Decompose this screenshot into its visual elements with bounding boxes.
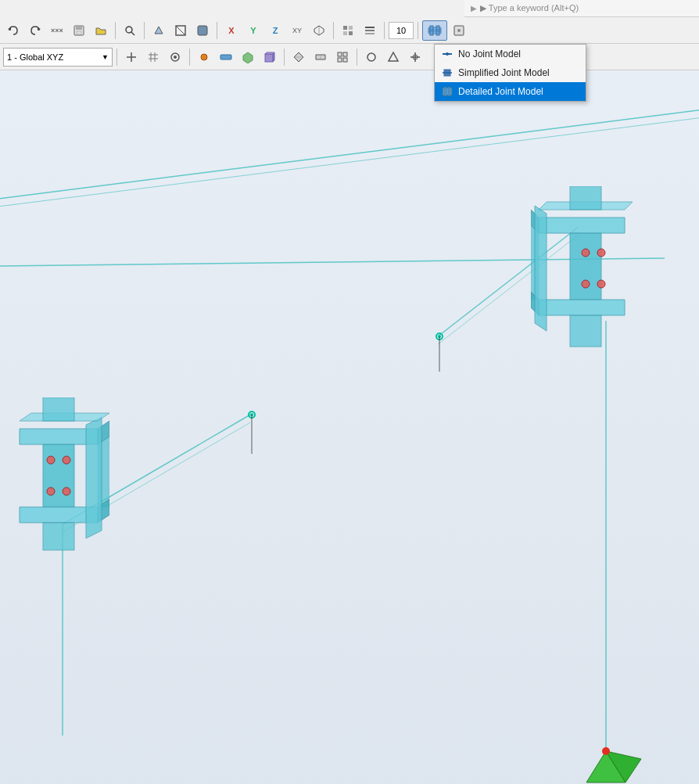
viewport[interactable] <box>0 70 699 784</box>
sep9 <box>284 49 285 66</box>
svg-rect-102 <box>444 87 446 96</box>
plate-button[interactable] <box>238 47 258 67</box>
sep1 <box>115 22 116 39</box>
svg-line-8 <box>176 26 185 35</box>
svg-marker-83 <box>539 218 625 233</box>
sep2 <box>144 22 145 39</box>
svg-point-92 <box>582 280 590 288</box>
svg-marker-36 <box>243 52 253 63</box>
svg-point-91 <box>597 249 605 257</box>
open-button[interactable] <box>91 20 111 41</box>
svg-marker-47 <box>389 52 398 61</box>
coord-chevron-icon: ▼ <box>102 53 109 61</box>
display-mode-button[interactable] <box>338 20 358 41</box>
svg-marker-70 <box>43 444 74 507</box>
svg-point-5 <box>126 27 132 33</box>
view-iso-button[interactable] <box>309 20 329 41</box>
toolbar-row1: ××× X Y Z XY 10 <box>0 17 699 44</box>
tool3-button[interactable] <box>332 47 353 67</box>
coord-label: 1 - Global XYZ <box>7 52 63 62</box>
detailed-joint-icon <box>441 85 453 98</box>
grid-button[interactable] <box>143 47 163 67</box>
display-options-button[interactable] <box>449 20 469 41</box>
sep3 <box>217 22 217 39</box>
svg-point-24 <box>457 29 461 32</box>
svg-rect-42 <box>338 52 342 56</box>
svg-marker-85 <box>539 300 625 315</box>
no-joint-label: No Joint Model <box>458 49 521 59</box>
view-z-button[interactable]: Z <box>265 20 285 41</box>
svg-rect-14 <box>349 31 353 35</box>
tool2-button[interactable] <box>310 47 331 67</box>
svg-marker-39 <box>273 52 274 62</box>
svg-point-77 <box>63 456 70 464</box>
no-joint-model-item[interactable]: No Joint Model <box>435 45 586 63</box>
wireframe-button[interactable] <box>170 20 191 41</box>
save-button[interactable] <box>69 20 89 41</box>
tool4-button[interactable] <box>405 47 425 67</box>
view-x-button[interactable]: X <box>221 20 242 41</box>
svg-rect-4 <box>77 31 81 34</box>
svg-point-79 <box>63 487 70 495</box>
search-zoom-button[interactable] <box>120 20 140 41</box>
snap-button[interactable] <box>165 47 185 67</box>
svg-rect-96 <box>570 186 601 210</box>
svg-point-76 <box>47 456 55 464</box>
search-bar[interactable]: ▶ ▶ Type a keyword (Alt+Q) <box>464 0 699 17</box>
svg-marker-84 <box>570 233 601 300</box>
number-input[interactable]: 10 <box>389 22 414 39</box>
right-joint-detail <box>531 186 648 351</box>
tool1-button[interactable] <box>289 47 309 67</box>
simplified-joint-model-item[interactable]: Simplified Joint Model <box>435 63 586 82</box>
svg-point-46 <box>367 53 375 61</box>
view-y-button[interactable]: Y <box>243 20 263 41</box>
svg-rect-9 <box>198 26 207 35</box>
xxx-button[interactable]: ××× <box>47 20 67 41</box>
lines-button[interactable] <box>360 20 380 41</box>
detailed-joint-model-item[interactable]: Detailed Joint Model <box>435 82 586 101</box>
svg-point-78 <box>47 487 55 495</box>
svg-point-68 <box>602 747 610 755</box>
detailed-joint-label: Detailed Joint Model <box>458 86 543 97</box>
simplified-joint-icon <box>441 67 453 79</box>
circle-button[interactable] <box>361 47 382 67</box>
node-button[interactable] <box>194 47 214 67</box>
svg-rect-37 <box>265 54 273 62</box>
svg-rect-45 <box>343 58 347 62</box>
svg-point-90 <box>582 249 590 257</box>
svg-point-34 <box>201 54 207 60</box>
svg-rect-44 <box>338 58 342 62</box>
triangle-button[interactable] <box>383 47 403 67</box>
svg-point-93 <box>597 280 605 288</box>
svg-line-6 <box>131 32 134 35</box>
svg-rect-82 <box>43 397 74 421</box>
svg-marker-75 <box>86 417 102 538</box>
view-xy-button[interactable]: XY <box>287 20 307 41</box>
svg-rect-11 <box>343 26 347 30</box>
solid-button[interactable] <box>260 47 280 67</box>
svg-rect-103 <box>448 87 450 96</box>
undo-button[interactable] <box>3 20 23 41</box>
sep8 <box>189 49 190 66</box>
joint-model-dropdown-menu: No Joint Model Simplified Joint Model De… <box>434 44 586 102</box>
sep6 <box>418 22 418 39</box>
render-button[interactable] <box>192 20 213 41</box>
simplified-joint-label: Simplified Joint Model <box>458 67 550 78</box>
sep7 <box>116 49 117 66</box>
svg-rect-13 <box>343 31 347 35</box>
sep4 <box>333 22 334 39</box>
3d-view-button[interactable] <box>149 20 169 41</box>
redo-button[interactable] <box>25 20 45 41</box>
beam-button[interactable] <box>216 47 236 67</box>
sep5 <box>384 22 385 39</box>
svg-marker-89 <box>535 206 547 331</box>
joint-model-dropdown-trigger[interactable] <box>422 20 447 41</box>
no-joint-icon <box>441 48 453 60</box>
svg-rect-19 <box>430 26 433 35</box>
svg-rect-81 <box>43 523 74 550</box>
sep10 <box>357 49 357 66</box>
add-coord-button[interactable] <box>121 47 142 67</box>
coord-system-dropdown[interactable]: 1 - Global XYZ ▼ <box>3 48 113 67</box>
search-arrow-icon: ▶ <box>471 4 477 13</box>
search-placeholder: ▶ Type a keyword (Alt+Q) <box>480 3 579 13</box>
